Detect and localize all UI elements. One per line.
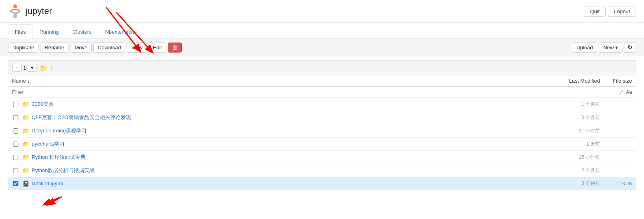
table-row: 📁 Python 程序猿面试宝典 15 小时前 (8, 151, 636, 164)
file-name-link[interactable]: 2020美赛 (32, 101, 544, 108)
folder-icon: 📁 (22, 167, 29, 174)
logo: jupyter (8, 4, 52, 18)
refresh-button[interactable]: ↻ (624, 42, 636, 53)
column-headers: Name ↓ Last Modified File size (8, 75, 636, 87)
breadcrumb-separator: / (51, 65, 52, 71)
toolbar-left: Duplicate Rename Move Download View Edit… (8, 43, 182, 53)
bc-dropdown-button[interactable]: ▾ (28, 64, 36, 72)
duplicate-button[interactable]: Duplicate (8, 43, 38, 53)
file-list: 📁 2020美赛 1 个月前 📁 CFF克赛：O2O商铺食品安全相关评论发现 3… (8, 98, 636, 190)
file-modified: 15 小时前 (544, 154, 600, 161)
filter-case-toggle[interactable]: Aa (626, 89, 632, 95)
file-name-link[interactable]: pyecharts学习 (32, 140, 544, 148)
file-name-link[interactable]: Untitled.ipynb (32, 180, 544, 187)
name-label: Name (12, 78, 26, 84)
edit-button[interactable]: Edit (149, 43, 166, 53)
file-modified: 1 天前 (544, 141, 600, 148)
file-checkbox[interactable] (12, 168, 19, 173)
file-name-link[interactable]: CFF克赛：O2O商铺食品安全相关评论发现 (32, 114, 544, 121)
file-modified: 1 个月前 (544, 101, 600, 108)
file-name-link[interactable]: Deep Learning课程学习 (32, 127, 544, 134)
file-checkbox[interactable] (12, 102, 19, 107)
file-modified: 21 小时前 (544, 128, 600, 134)
logout-button[interactable]: Logout (608, 6, 636, 17)
file-modified: 2 个月前 (544, 167, 600, 174)
svg-point-1 (13, 14, 17, 18)
tab-running[interactable]: Running (32, 24, 65, 39)
delete-button[interactable]: 🗑 (168, 43, 182, 53)
file-size: 1.13 kB (600, 181, 632, 187)
filter-input[interactable] (12, 89, 620, 95)
table-row: 📁 pyecharts学习 1 天前 (8, 138, 636, 151)
upload-button[interactable]: Upload (572, 43, 597, 53)
move-button[interactable]: Move (70, 43, 92, 53)
toolbar-right: Upload New ▾ ↻ (572, 42, 636, 53)
rename-button[interactable]: Rename (40, 43, 68, 53)
folder-icon: 📁 (40, 64, 48, 72)
table-row: 📁 Deep Learning课程学习 21 小时前 (8, 124, 636, 138)
name-column-header[interactable]: Name ↓ (12, 78, 30, 84)
folder-icon: 📁 (22, 154, 29, 160)
file-name-link[interactable]: Python 程序猿面试宝典 (32, 154, 544, 161)
file-checkbox[interactable] (12, 155, 19, 160)
folder-icon: 📁 (22, 114, 29, 121)
file-checkbox[interactable] (12, 142, 19, 147)
bc-count: 1 (23, 65, 26, 71)
file-modified: 3 个月前 (544, 114, 600, 121)
file-checkbox[interactable] (12, 115, 19, 120)
file-checkbox[interactable] (12, 128, 19, 134)
file-modified: 3 分钟前 (544, 180, 600, 187)
toolbar: Duplicate Rename Move Download View Edit… (0, 39, 644, 56)
quit-button[interactable]: Quit (584, 6, 606, 17)
header-buttons: Quit Logout (584, 6, 636, 17)
new-button[interactable]: New ▾ (599, 43, 622, 53)
file-checkbox[interactable] (12, 181, 19, 186)
jupyter-logo-icon (8, 4, 22, 18)
filter-row: .* Aa (8, 87, 636, 98)
header: jupyter Quit Logout (0, 0, 644, 23)
file-area: − 1 ▾ 📁 / Name ↓ Last Modified File size… (0, 60, 644, 190)
tab-nbextensions[interactable]: Nbextensions (99, 24, 144, 39)
notebook-icon: 📓 (22, 180, 29, 187)
tab-files[interactable]: Files (8, 24, 32, 39)
last-modified-column-header[interactable]: Last Modified (544, 78, 600, 84)
table-row: 📁 Python数据分析与挖掘实战 2 个月前 (8, 164, 636, 177)
table-row: 📓 Untitled.ipynb 3 分钟前 1.13 kB (8, 177, 636, 190)
filesize-column-header[interactable]: File size (600, 78, 632, 84)
view-button[interactable]: View (127, 43, 147, 53)
file-name-link[interactable]: Python数据分析与挖掘实战 (32, 167, 544, 174)
breadcrumb-bar: − 1 ▾ 📁 / (8, 60, 636, 75)
sort-icon: ↓ (27, 78, 30, 84)
download-button[interactable]: Download (93, 43, 125, 53)
trash-icon: 🗑 (172, 45, 177, 51)
table-row: 📁 2020美赛 1 个月前 (8, 98, 636, 111)
svg-point-0 (13, 4, 17, 8)
folder-icon: 📁 (22, 128, 29, 134)
filter-regex-toggle[interactable]: .* (620, 89, 623, 95)
breadcrumb-controls: − 1 ▾ (12, 64, 36, 72)
bc-minus-button[interactable]: − (12, 64, 22, 72)
folder-icon: 📁 (22, 101, 29, 107)
tab-clusters[interactable]: Clusters (66, 24, 99, 39)
folder-icon: 📁 (22, 141, 29, 147)
filter-controls: .* Aa (620, 89, 632, 95)
table-row: 📁 CFF克赛：O2O商铺食品安全相关评论发现 3 个月前 (8, 111, 636, 124)
logo-text: jupyter (26, 6, 52, 16)
nav-tabs: Files Running Clusters Nbextensions (0, 24, 644, 39)
